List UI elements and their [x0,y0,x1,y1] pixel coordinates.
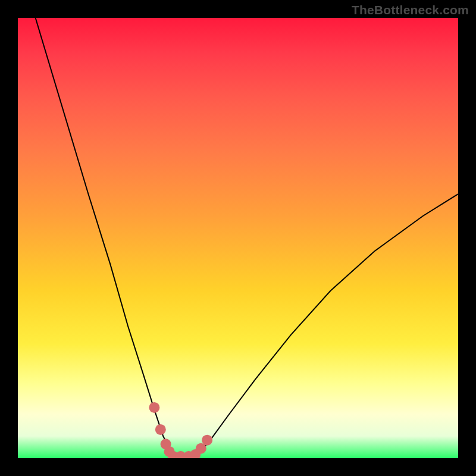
base-highlight-markers [149,402,212,458]
right-base-marker-dot [202,435,212,446]
curves-group [36,18,458,458]
watermark-text: TheBottleneck.com [352,3,469,17]
left-descending-curve [36,18,174,458]
left-base-marker-dot [155,424,166,435]
plot-area [18,18,458,458]
right-ascending-curve [194,194,458,458]
chart-frame: TheBottleneck.com [0,0,476,476]
curve-overlay [18,18,458,458]
left-base-marker-dot [149,402,159,413]
